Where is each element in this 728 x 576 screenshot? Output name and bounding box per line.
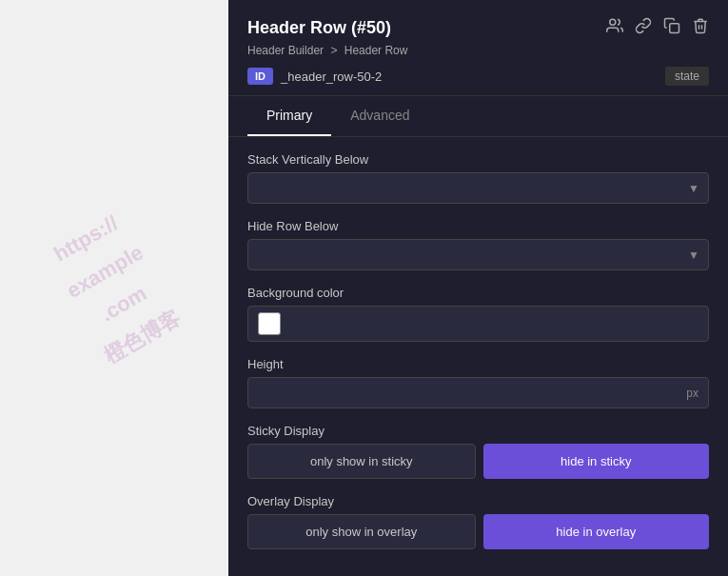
- height-label: Height: [247, 357, 709, 371]
- stack-vertically-below-select-wrapper: ▼: [247, 172, 709, 204]
- height-input[interactable]: [248, 378, 677, 407]
- background-color-label: Background color: [247, 286, 709, 300]
- overlay-display-toggle-group: only show in overlay hide in overlay: [247, 514, 709, 549]
- stack-vertically-below-label: Stack Vertically Below: [247, 152, 709, 167]
- breadcrumb-separator: >: [330, 44, 337, 57]
- overlay-display-group: Overlay Display only show in overlay hid…: [247, 494, 709, 549]
- tabs-row: Primary Advanced: [228, 96, 728, 137]
- right-panel: Header Row (#50): [228, 0, 728, 576]
- hide-row-below-select[interactable]: [247, 239, 709, 270]
- svg-point-0: [610, 19, 616, 25]
- copy-icon[interactable]: [663, 17, 680, 38]
- breadcrumb: Header Builder > Header Row: [247, 44, 709, 57]
- id-badge: ID: [247, 68, 273, 85]
- tab-primary[interactable]: Primary: [247, 96, 331, 136]
- sticky-display-toggle-group: only show in sticky hide in sticky: [247, 444, 709, 479]
- hide-in-sticky-button[interactable]: hide in sticky: [483, 444, 710, 479]
- hide-row-below-label: Hide Row Below: [247, 219, 709, 233]
- hide-in-overlay-button[interactable]: hide in overlay: [483, 514, 710, 549]
- color-row: [247, 306, 709, 342]
- panel-header: Header Row (#50): [228, 0, 728, 96]
- sticky-display-group: Sticky Display only show in sticky hide …: [247, 424, 709, 479]
- state-badge: state: [665, 67, 709, 86]
- person-icon[interactable]: [606, 17, 623, 38]
- left-panel: https://example.com橙色博客: [0, 0, 228, 576]
- height-group: Height px: [247, 357, 709, 408]
- stack-vertically-below-group: Stack Vertically Below ▼: [247, 152, 709, 204]
- px-label: px: [677, 387, 708, 400]
- panel-icons: [606, 17, 709, 38]
- link-icon[interactable]: [635, 17, 652, 38]
- id-value: _header_row-50-2: [281, 70, 658, 84]
- hide-row-below-group: Hide Row Below ▼: [247, 219, 709, 270]
- only-show-in-overlay-button[interactable]: only show in overlay: [247, 514, 476, 549]
- background-color-group: Background color: [247, 286, 709, 342]
- only-show-in-sticky-button[interactable]: only show in sticky: [247, 444, 476, 479]
- breadcrumb-parent: Header Builder: [247, 44, 324, 57]
- sticky-display-label: Sticky Display: [247, 424, 709, 438]
- hide-row-below-select-wrapper: ▼: [247, 239, 709, 270]
- svg-rect-1: [670, 24, 679, 33]
- tab-advanced[interactable]: Advanced: [331, 96, 428, 136]
- trash-icon[interactable]: [692, 17, 709, 38]
- stack-vertically-below-select[interactable]: [247, 172, 709, 204]
- watermark: https://example.com橙色博客: [40, 202, 187, 374]
- id-row: ID _header_row-50-2 state: [247, 67, 709, 86]
- overlay-display-label: Overlay Display: [247, 494, 709, 508]
- panel-content: Stack Vertically Below ▼ Hide Row Below …: [228, 137, 728, 576]
- height-row: px: [247, 377, 709, 408]
- color-swatch[interactable]: [258, 312, 281, 335]
- breadcrumb-current: Header Row: [344, 44, 408, 57]
- panel-title: Header Row (#50): [247, 18, 391, 38]
- title-row: Header Row (#50): [247, 17, 709, 38]
